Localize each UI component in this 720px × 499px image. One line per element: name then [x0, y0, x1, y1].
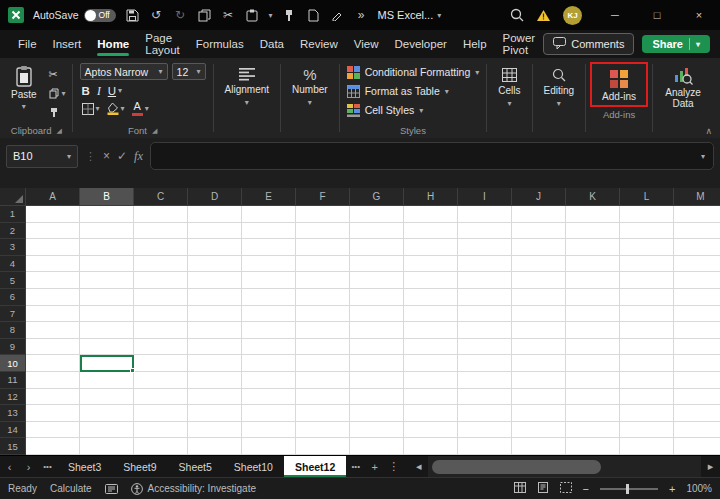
cell-styles-button[interactable]: Cell Styles ▾ — [347, 102, 480, 118]
addins-button[interactable]: Add-ins — [595, 65, 643, 104]
cell-L4[interactable] — [620, 256, 674, 273]
cell-K7[interactable] — [566, 306, 620, 323]
cell-H3[interactable] — [404, 239, 458, 256]
menu-item-review[interactable]: Review — [292, 30, 346, 58]
chevron-down-icon[interactable]: ▾ — [696, 40, 700, 49]
cell-B12[interactable] — [80, 389, 134, 406]
cell-J13[interactable] — [512, 405, 566, 422]
draw-icon[interactable] — [330, 7, 345, 23]
cell-A10[interactable] — [26, 355, 80, 372]
cell-M11[interactable] — [674, 372, 720, 389]
cell-F14[interactable] — [296, 422, 350, 439]
cell-H7[interactable] — [404, 306, 458, 323]
cell-M12[interactable] — [674, 389, 720, 406]
undo-icon[interactable]: ↺ — [149, 7, 164, 23]
cell-K12[interactable] — [566, 389, 620, 406]
cell-I8[interactable] — [458, 322, 512, 339]
format-painter-icon[interactable] — [282, 7, 297, 23]
sheet-tab-sheet3[interactable]: Sheet3 — [57, 456, 112, 477]
cell-I5[interactable] — [458, 272, 512, 289]
cell-H12[interactable] — [404, 389, 458, 406]
cell-M14[interactable] — [674, 422, 720, 439]
menu-item-page-layout[interactable]: Page Layout — [137, 30, 188, 58]
insert-function-button[interactable]: fx — [134, 149, 143, 164]
cell-M8[interactable] — [674, 322, 720, 339]
row-header-13[interactable]: 13 — [0, 405, 26, 422]
zoom-out-button[interactable]: − — [583, 483, 589, 495]
cell-G9[interactable] — [350, 339, 404, 356]
cell-D13[interactable] — [188, 405, 242, 422]
cell-K15[interactable] — [566, 438, 620, 455]
cell-E3[interactable] — [242, 239, 296, 256]
cell-C9[interactable] — [134, 339, 188, 356]
cell-L5[interactable] — [620, 272, 674, 289]
cell-J8[interactable] — [512, 322, 566, 339]
cell-I14[interactable] — [458, 422, 512, 439]
column-header-A[interactable]: A — [26, 188, 80, 206]
cell-J3[interactable] — [512, 239, 566, 256]
cell-C3[interactable] — [134, 239, 188, 256]
cell-L14[interactable] — [620, 422, 674, 439]
cell-E12[interactable] — [242, 389, 296, 406]
name-box[interactable]: B10 ▾ — [6, 145, 78, 168]
cell-K14[interactable] — [566, 422, 620, 439]
cell-F13[interactable] — [296, 405, 350, 422]
redo-icon[interactable]: ↻ — [173, 7, 188, 23]
cell-C15[interactable] — [134, 438, 188, 455]
italic-button[interactable]: I — [97, 85, 101, 97]
cell-H11[interactable] — [404, 372, 458, 389]
cell-F15[interactable] — [296, 438, 350, 455]
cell-I9[interactable] — [458, 339, 512, 356]
cell-K11[interactable] — [566, 372, 620, 389]
cell-J11[interactable] — [512, 372, 566, 389]
cell-C2[interactable] — [134, 223, 188, 240]
cell-B7[interactable] — [80, 306, 134, 323]
editing-button[interactable]: Editing ▾ — [536, 61, 583, 138]
menu-item-data[interactable]: Data — [252, 30, 292, 58]
column-header-K[interactable]: K — [566, 188, 620, 206]
cell-L13[interactable] — [620, 405, 674, 422]
cell-A1[interactable] — [26, 206, 80, 223]
cell-E15[interactable] — [242, 438, 296, 455]
cell-E5[interactable] — [242, 272, 296, 289]
cell-C4[interactable] — [134, 256, 188, 273]
cancel-entry-button[interactable]: × — [103, 149, 110, 163]
cell-I3[interactable] — [458, 239, 512, 256]
cell-G5[interactable] — [350, 272, 404, 289]
cell-H15[interactable] — [404, 438, 458, 455]
row-header-6[interactable]: 6 — [0, 289, 26, 306]
cell-M4[interactable] — [674, 256, 720, 273]
autosave-switch[interactable]: Off — [84, 9, 116, 22]
cell-J14[interactable] — [512, 422, 566, 439]
cell-D12[interactable] — [188, 389, 242, 406]
cell-L6[interactable] — [620, 289, 674, 306]
new-document-icon[interactable] — [306, 7, 321, 23]
new-sheet-button[interactable]: + — [365, 461, 384, 473]
cell-B8[interactable] — [80, 322, 134, 339]
cell-I1[interactable] — [458, 206, 512, 223]
cell-C12[interactable] — [134, 389, 188, 406]
cell-B5[interactable] — [80, 272, 134, 289]
row-header-4[interactable]: 4 — [0, 256, 26, 273]
collapse-ribbon-button[interactable]: ∧ — [705, 126, 712, 136]
cell-H10[interactable] — [404, 355, 458, 372]
cell-F5[interactable] — [296, 272, 350, 289]
clipboard-dialog-launcher-icon[interactable]: ◢ — [56, 127, 61, 135]
conditional-formatting-button[interactable]: Conditional Formatting ▾ — [347, 64, 480, 80]
cell-D11[interactable] — [188, 372, 242, 389]
cell-I10[interactable] — [458, 355, 512, 372]
cell-M13[interactable] — [674, 405, 720, 422]
sheet-list-button[interactable]: ••• — [38, 462, 57, 471]
cell-F4[interactable] — [296, 256, 350, 273]
cell-L12[interactable] — [620, 389, 674, 406]
document-menu[interactable]: MS Excel... ▾ — [378, 9, 442, 21]
cell-A2[interactable] — [26, 223, 80, 240]
cell-L2[interactable] — [620, 223, 674, 240]
cell-C5[interactable] — [134, 272, 188, 289]
column-header-J[interactable]: J — [512, 188, 566, 206]
cell-G12[interactable] — [350, 389, 404, 406]
cell-B6[interactable] — [80, 289, 134, 306]
cell-I6[interactable] — [458, 289, 512, 306]
cell-G1[interactable] — [350, 206, 404, 223]
row-header-14[interactable]: 14 — [0, 422, 26, 439]
